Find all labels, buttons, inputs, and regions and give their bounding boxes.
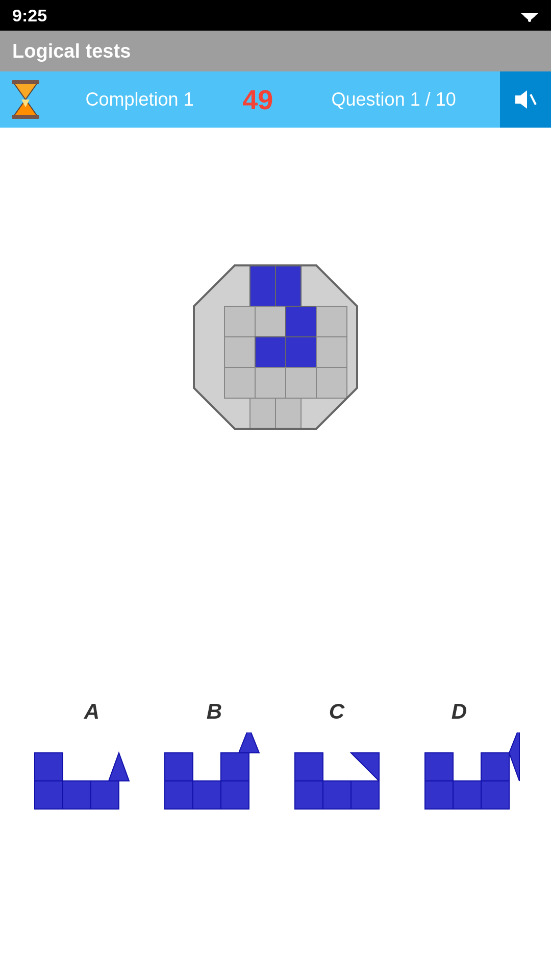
svg-point-2 bbox=[528, 19, 531, 22]
svg-rect-16 bbox=[286, 306, 316, 337]
svg-marker-39 bbox=[239, 732, 259, 753]
svg-rect-49 bbox=[481, 753, 509, 781]
option-a[interactable] bbox=[24, 730, 137, 832]
svg-rect-37 bbox=[221, 781, 249, 809]
option-a-svg bbox=[30, 732, 132, 829]
svg-rect-32 bbox=[91, 781, 119, 809]
svg-rect-26 bbox=[250, 398, 276, 429]
svg-rect-30 bbox=[35, 781, 63, 809]
svg-rect-43 bbox=[351, 781, 379, 809]
option-label-d: D bbox=[403, 699, 515, 724]
svg-rect-45 bbox=[425, 753, 453, 781]
svg-rect-27 bbox=[276, 398, 301, 429]
puzzle-container bbox=[0, 260, 551, 434]
option-label-b: B bbox=[158, 699, 270, 724]
svg-rect-24 bbox=[286, 368, 316, 398]
svg-rect-42 bbox=[323, 781, 351, 809]
svg-rect-14 bbox=[224, 306, 255, 337]
svg-rect-15 bbox=[255, 306, 286, 337]
svg-marker-33 bbox=[109, 753, 129, 781]
svg-line-9 bbox=[531, 94, 536, 105]
option-labels-row: A B C D bbox=[0, 699, 551, 724]
svg-rect-48 bbox=[481, 781, 509, 809]
svg-rect-36 bbox=[193, 781, 221, 809]
svg-rect-17 bbox=[316, 306, 347, 337]
svg-marker-3 bbox=[13, 82, 38, 100]
svg-rect-31 bbox=[63, 781, 91, 809]
info-bar: Completion 1 49 Question 1 / 10 bbox=[0, 71, 551, 128]
option-b-svg bbox=[160, 732, 262, 829]
svg-rect-6 bbox=[12, 115, 39, 119]
svg-rect-12 bbox=[250, 265, 276, 306]
option-d-svg bbox=[420, 732, 522, 829]
wifi-icon bbox=[520, 9, 539, 22]
option-b[interactable] bbox=[155, 730, 267, 832]
svg-rect-25 bbox=[316, 368, 347, 398]
option-label-a: A bbox=[36, 699, 148, 724]
hourglass-area bbox=[0, 71, 51, 128]
option-d[interactable] bbox=[415, 730, 527, 832]
svg-rect-23 bbox=[255, 368, 286, 398]
hourglass-icon bbox=[10, 79, 41, 120]
svg-rect-22 bbox=[224, 368, 255, 398]
svg-marker-8 bbox=[515, 90, 527, 109]
svg-rect-41 bbox=[295, 781, 323, 809]
svg-rect-21 bbox=[316, 337, 347, 368]
option-c[interactable] bbox=[285, 730, 397, 832]
svg-rect-46 bbox=[425, 781, 453, 809]
svg-rect-35 bbox=[165, 781, 193, 809]
svg-rect-40 bbox=[295, 753, 323, 781]
svg-rect-5 bbox=[12, 80, 39, 84]
main-area: A B C D bbox=[0, 260, 551, 980]
main-puzzle bbox=[189, 260, 362, 434]
svg-rect-19 bbox=[255, 337, 286, 368]
option-c-svg bbox=[290, 732, 392, 829]
svg-rect-20 bbox=[286, 337, 316, 368]
time-display: 9:25 bbox=[12, 6, 47, 26]
option-label-c: C bbox=[281, 699, 393, 724]
sound-area[interactable] bbox=[500, 71, 551, 128]
app-title: Logical tests bbox=[12, 40, 131, 62]
svg-rect-38 bbox=[221, 753, 249, 781]
svg-rect-47 bbox=[453, 781, 481, 809]
svg-rect-18 bbox=[224, 337, 255, 368]
svg-rect-29 bbox=[35, 753, 63, 781]
svg-rect-34 bbox=[165, 753, 193, 781]
question-display: Question 1 / 10 bbox=[287, 89, 500, 110]
svg-marker-50 bbox=[509, 732, 519, 781]
completion-display: Completion 1 bbox=[51, 89, 228, 110]
timer-display: 49 bbox=[228, 84, 287, 115]
options-images-row bbox=[0, 730, 551, 832]
sound-icon bbox=[513, 87, 538, 112]
svg-rect-13 bbox=[276, 265, 301, 306]
app-header: Logical tests bbox=[0, 31, 551, 71]
status-bar: 9:25 bbox=[0, 0, 551, 31]
svg-marker-44 bbox=[351, 753, 379, 781]
